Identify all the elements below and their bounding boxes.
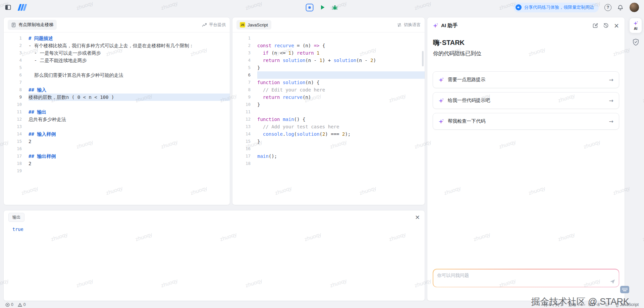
ai-greeting-block: 嗨·STARK 你的代码陪练已到位 (427, 34, 625, 57)
code-line[interactable]: 1 (232, 35, 425, 42)
switch-language-label: 切换语言 (404, 22, 421, 28)
bell-icon[interactable] (617, 4, 624, 11)
code-line[interactable]: 17main(); (232, 152, 425, 160)
code-line[interactable]: 1# 问题描述 (4, 35, 230, 42)
editor-tab-label: JavaScript (248, 22, 268, 27)
code-line[interactable]: 2- 有个楼梯比较高，我们有多种方式可以走上去，但是在走楼梯时有几个限制： (4, 42, 230, 49)
problem-tab[interactable]: 有点限制地走楼梯 (8, 20, 57, 30)
code-line[interactable]: 10 (4, 101, 230, 108)
code-line[interactable]: 7 (4, 79, 230, 86)
cursor-position[interactable]: 行 6，列 1 (544, 302, 562, 308)
line-content: ## 输出 (29, 108, 230, 116)
arrow-right-icon: → (609, 118, 613, 125)
code-line[interactable]: 152 (4, 138, 230, 145)
code-line[interactable]: 14## 输入样例 (4, 130, 230, 138)
warning-count: 0 (23, 302, 26, 307)
problem-content[interactable]: 1# 问题描述2- 有个楼梯比较高，我们有多种方式可以走上去，但是在走楼梯时有几… (4, 33, 230, 175)
ai-rail-button[interactable]: AI (629, 18, 642, 33)
code-line[interactable]: 8 // Edit your code here (232, 86, 425, 94)
code-line[interactable]: 13 (4, 123, 230, 130)
indentation[interactable]: 空格：4 (568, 302, 583, 308)
error-count: 0 (11, 302, 13, 307)
sparkle-icon (633, 21, 638, 26)
code-line[interactable]: 8## 输入 (4, 86, 230, 94)
encoding[interactable]: UTF-8 (588, 302, 600, 307)
problem-panel-header: 有点限制地走楼梯 平台提供 (4, 17, 230, 33)
line-content: 那么我们需要计算总共有多少种可能的走法 (29, 71, 230, 79)
code-line[interactable]: 182 (4, 160, 230, 167)
line-content: console.log(solution(2) === 2); (257, 130, 425, 138)
arrow-right-icon: → (609, 77, 613, 83)
code-line[interactable]: 7function solution(n) { (232, 79, 425, 86)
problems-errors[interactable]: 0 (5, 302, 13, 307)
document-icon (11, 22, 16, 27)
close-icon[interactable]: × (614, 22, 619, 29)
output-tab[interactable]: 输出 (8, 213, 24, 222)
code-line[interactable]: 12function main() { (232, 116, 425, 123)
problem-title: 有点限制地走楼梯 (18, 22, 53, 28)
editor-content[interactable]: 12const recurve = (n) => {3 if (n <= 1) … (232, 33, 425, 167)
problems-warnings[interactable]: 0 (18, 302, 26, 307)
code-line[interactable]: 16 (4, 145, 230, 152)
line-number: 6 (4, 71, 29, 79)
line-content: // Edit your code here (257, 86, 425, 94)
run-icon[interactable] (320, 4, 326, 10)
code-line[interactable]: 5} (232, 64, 425, 71)
line-number: 10 (4, 101, 29, 108)
record-icon[interactable] (306, 4, 314, 11)
ai-suggestion-card[interactable]: 需要一点思路提示→ (433, 71, 619, 88)
new-chat-icon[interactable] (592, 23, 598, 28)
code-line[interactable]: 10} (232, 101, 425, 108)
language-label: JavaScript (620, 302, 639, 307)
code-line[interactable]: 17## 输出样例 (4, 152, 230, 160)
switch-language-button[interactable]: 切换语言 (397, 22, 421, 28)
line-number: 18 (4, 160, 29, 167)
shield-icon[interactable] (633, 39, 639, 46)
help-icon[interactable]: ? (604, 4, 611, 11)
sparkle-icon (433, 23, 438, 28)
run-controls (306, 0, 338, 15)
line-content (257, 108, 425, 116)
keyboard-icon[interactable] (620, 286, 629, 293)
history-icon[interactable] (603, 23, 609, 28)
ai-suggestion-card[interactable]: 帮我检查一下代码→ (433, 113, 619, 130)
eol[interactable]: LF (605, 302, 610, 307)
code-line[interactable]: 15} (232, 138, 425, 145)
close-icon[interactable]: × (415, 214, 420, 220)
code-line[interactable]: 6 (232, 71, 425, 79)
code-line[interactable]: 9 return recurve(n) (232, 94, 425, 101)
platform-provided[interactable]: 平台提供 (202, 22, 226, 28)
scrollbar-thumb[interactable] (422, 51, 424, 66)
sidebar-toggle-icon[interactable] (5, 4, 11, 11)
juejin-logo[interactable] (16, 3, 30, 12)
code-line[interactable]: 19 (4, 167, 230, 175)
code-line[interactable]: 12总共有多少种走法 (4, 116, 230, 123)
ai-suggestion-card[interactable]: 给我一些代码提示吧→ (433, 92, 619, 109)
code-line[interactable]: 11 (232, 108, 425, 116)
line-number: 5 (232, 64, 257, 71)
code-line[interactable]: 11## 输出 (4, 108, 230, 116)
code-line[interactable]: 5 (4, 64, 230, 71)
code-line[interactable]: 2const recurve = (n) => { (232, 42, 425, 49)
line-content: function solution(n) { (257, 79, 425, 86)
watermark: zhuoqy (642, 93, 644, 104)
code-line[interactable]: 18 (232, 160, 425, 167)
avatar[interactable] (629, 2, 639, 12)
debug-icon[interactable] (332, 4, 338, 11)
code-line[interactable]: 14 console.log(solution(2) === 2); (232, 130, 425, 138)
line-number: 9 (4, 94, 29, 101)
ai-chat-input[interactable] (433, 269, 619, 287)
code-line[interactable]: 13 // Add your test cases here (232, 123, 425, 130)
share-banner[interactable]: 分享代码练习体验，领限量定制周边 (514, 3, 599, 12)
code-line[interactable]: 3 - 一是每次可以走一步或者两步 (4, 49, 230, 57)
code-line[interactable]: 4 return solution(n - 1) + solution(n - … (232, 57, 425, 64)
platform-provided-label: 平台提供 (209, 22, 226, 28)
code-line[interactable]: 16 (232, 145, 425, 152)
language-mode[interactable]: {} JavaScript (616, 302, 639, 307)
code-line[interactable]: 3 if (n <= 1) return 1 (232, 49, 425, 57)
code-line[interactable]: 9楼梯的层数，层数n ( 0 < n < 100 ) (4, 94, 230, 101)
code-line[interactable]: 4 - 二是不能连续地走两步 (4, 57, 230, 64)
tab-javascript[interactable]: JS JavaScript (236, 20, 271, 29)
send-icon[interactable] (609, 279, 615, 285)
code-line[interactable]: 6 那么我们需要计算总共有多少种可能的走法 (4, 71, 230, 79)
